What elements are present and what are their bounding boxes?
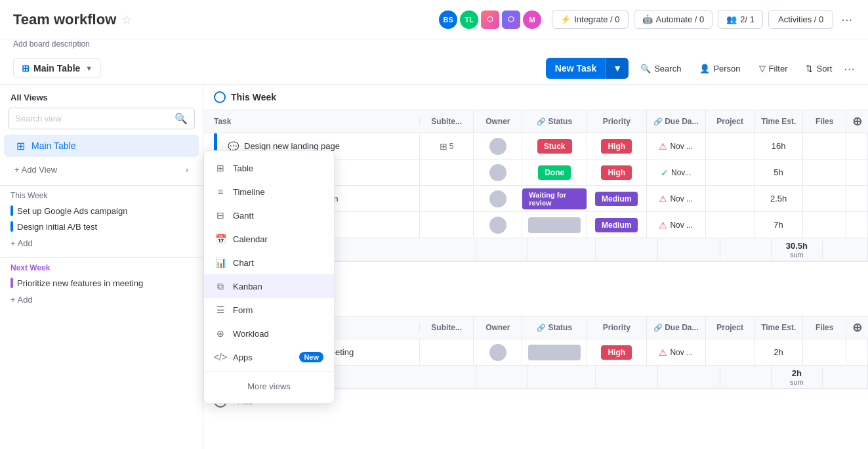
board-subtitle[interactable]: Add board description	[0, 39, 868, 53]
avatar-bs: BS	[439, 11, 457, 29]
filter-button[interactable]: ▽ Filter	[753, 60, 795, 77]
cell-project-5[interactable]	[706, 339, 754, 365]
col-project-header: Project	[706, 110, 754, 133]
main-table-button[interactable]: ⊞ Main Table ▼	[13, 58, 101, 78]
cell-priority-1[interactable]: High	[587, 133, 646, 159]
sum2-priority	[596, 366, 658, 388]
cell-duedate-1[interactable]: ⚠ Nov ...	[647, 133, 706, 159]
cell-files-2[interactable]	[803, 160, 846, 185]
cell-duedate-4[interactable]: ⚠ Nov ...	[647, 212, 706, 238]
add-view-chevron-icon: ›	[186, 165, 188, 175]
menu-item-apps[interactable]: </> Apps New	[204, 345, 334, 369]
cell-status-1[interactable]: Stuck	[522, 133, 587, 159]
menu-item-form[interactable]: ☰ Form	[204, 298, 334, 322]
menu-item-chart[interactable]: 📊 Chart	[204, 251, 334, 274]
star-icon[interactable]: ☆	[121, 12, 132, 27]
cell-status-5[interactable]	[522, 339, 587, 365]
cell-files-1[interactable]	[803, 133, 846, 159]
cell-subitem-4[interactable]	[420, 212, 474, 238]
add-view-button[interactable]: + Add View ›	[4, 160, 199, 180]
cell-files-5[interactable]	[803, 339, 846, 365]
cell-project-2[interactable]	[706, 160, 754, 185]
cell-owner-3[interactable]	[474, 186, 522, 211]
cell-timeest-3[interactable]: 2.5h	[754, 186, 803, 211]
toolbar-more-button[interactable]: ···	[844, 61, 855, 76]
cell-owner-4[interactable]	[474, 212, 522, 238]
cell-timeest-2[interactable]: 5h	[754, 160, 803, 185]
cell-status-4[interactable]	[522, 212, 587, 238]
col-duedate-header: 🔗 Due Da...	[647, 110, 707, 133]
board-title: Team workflow	[13, 11, 116, 28]
cell-priority-3[interactable]: Medium	[587, 186, 646, 211]
avatar-m: M	[523, 11, 541, 29]
cell-status-2[interactable]: Done	[522, 160, 587, 185]
cell-status-3[interactable]: Waiting for review	[522, 186, 587, 211]
menu-item-table[interactable]: ⊞ Table	[204, 156, 334, 180]
search-button[interactable]: 🔍 Search	[634, 60, 688, 77]
integrate-icon: ⚡	[560, 14, 571, 24]
kanban-menu-icon: ⧉	[215, 280, 226, 292]
col-add-header[interactable]: ⊕	[846, 110, 868, 133]
menu-item-workload[interactable]: ⊛ Workload	[204, 322, 334, 345]
header-avatars: BS TL ⬡ ⬡ M	[439, 11, 541, 29]
search-view-icon: 🔍	[175, 112, 188, 125]
cell-timeest-1[interactable]: 16h	[754, 133, 803, 159]
activities-button[interactable]: Activities / 0	[768, 10, 833, 29]
menu-item-gantt[interactable]: ⊟ Gantt	[204, 203, 334, 227]
search-view-input[interactable]	[15, 114, 171, 123]
person-button[interactable]: 👤 Person	[693, 60, 747, 77]
automate-icon: 🤖	[642, 14, 653, 24]
cell-files-3[interactable]	[803, 186, 846, 211]
cell-priority-2[interactable]: High	[587, 160, 646, 185]
cell-duedate-5[interactable]: ⚠ Nov ...	[647, 339, 706, 365]
sum2-owner	[476, 366, 527, 388]
cell-project-1[interactable]	[706, 133, 754, 159]
cell-owner-5[interactable]	[474, 339, 522, 365]
due-icon-red-1: ⚠	[659, 141, 667, 152]
sum-files-1	[823, 238, 868, 261]
sum-priority-1	[596, 238, 658, 261]
cell-priority-4[interactable]: Medium	[587, 212, 646, 238]
status-empty-4	[528, 217, 581, 233]
more-views-button[interactable]: More views	[204, 375, 334, 398]
priority-badge-5: High	[601, 345, 632, 360]
menu-item-timeline[interactable]: ≡ Timeline	[204, 180, 334, 203]
cell-priority-5[interactable]: High	[587, 339, 646, 365]
content-area: All Views 🔍 ⊞ Main Table + Add View › Th…	[0, 85, 868, 449]
cell-subitem-5[interactable]	[420, 339, 474, 365]
view-item-main-table[interactable]: ⊞ Main Table	[4, 135, 199, 157]
new-task-button[interactable]: New Task ▼	[546, 58, 629, 79]
cell-duedate-3[interactable]: ⚠ Nov ...	[647, 186, 706, 211]
col-priority-header: Priority	[587, 110, 647, 133]
cell-timeest-5[interactable]: 2h	[754, 339, 803, 365]
cell-project-3[interactable]	[706, 186, 754, 211]
status-badge-1: Stuck	[537, 139, 572, 154]
chart-menu-icon: 📊	[215, 257, 226, 268]
members-button[interactable]: 👥 2/ 1	[718, 10, 763, 29]
automate-button[interactable]: 🤖 Automate / 0	[634, 10, 713, 29]
cell-project-4[interactable]	[706, 212, 754, 238]
cell-timeest-4[interactable]: 7h	[754, 212, 803, 238]
menu-item-calendar[interactable]: 📅 Calendar	[204, 227, 334, 251]
table-menu-icon: ⊞	[215, 162, 226, 174]
cell-subitem-3[interactable]	[420, 186, 474, 211]
due-date-3: Nov ...	[670, 194, 693, 203]
sort-button[interactable]: ⇅ Sort	[799, 60, 838, 77]
new-task-chevron[interactable]: ▼	[606, 58, 629, 79]
cell-subitem-1[interactable]: ⊞ 5	[420, 133, 474, 159]
col2-add-header[interactable]: ⊕	[846, 316, 868, 339]
cell-files-4[interactable]	[803, 212, 846, 238]
integrate-button[interactable]: ⚡ Integrate / 0	[552, 10, 628, 29]
sum-status-1	[527, 238, 596, 261]
cell-owner-1[interactable]	[474, 133, 522, 159]
header-more-button[interactable]: ···	[838, 9, 855, 30]
cell-subitem-2[interactable]	[420, 160, 474, 185]
cell-owner-2[interactable]	[474, 160, 522, 185]
due-icon-red-3: ⚠	[659, 194, 667, 204]
sum2-project	[720, 366, 772, 388]
col-files-header: Files	[803, 110, 846, 133]
cell-duedate-2[interactable]: ✓ Nov...	[647, 160, 706, 185]
cell-add-4	[846, 212, 868, 238]
menu-item-kanban[interactable]: ⧉ Kanban	[204, 274, 334, 298]
main-table-view-icon: ⊞	[14, 140, 26, 152]
